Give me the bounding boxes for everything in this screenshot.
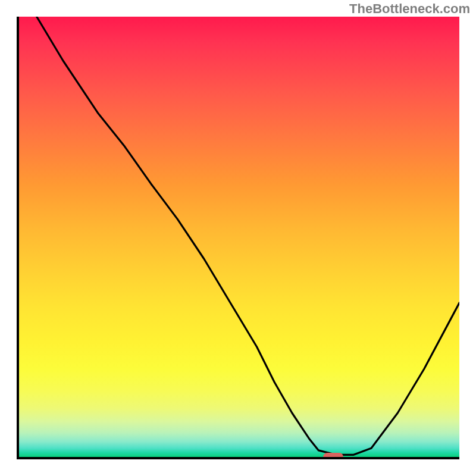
watermark-text: TheBottleneck.com [349,1,470,17]
curve-svg [19,17,459,457]
chart-container: TheBottleneck.com [0,0,476,476]
minimum-marker [323,453,343,459]
curve-path [37,17,459,455]
plot-area [17,17,459,459]
